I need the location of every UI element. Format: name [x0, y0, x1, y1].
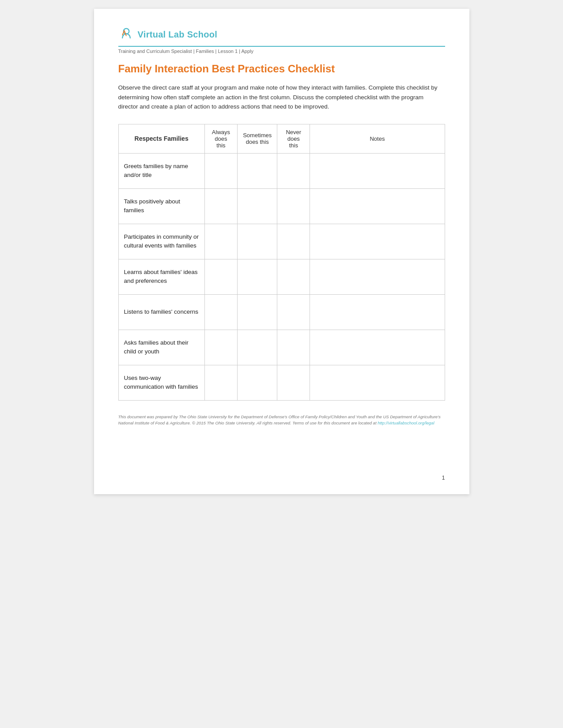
sometimes-cell: [238, 259, 277, 294]
sometimes-cell: [238, 365, 277, 400]
action-cell: Asks families about their child or youth: [118, 330, 204, 365]
notes-cell: [310, 365, 445, 400]
table-row: Greets families by name and/or title: [118, 153, 445, 188]
never-cell: [277, 294, 310, 330]
action-cell: Talks positively about families: [118, 188, 204, 224]
sometimes-cell: [238, 188, 277, 224]
breadcrumb: Training and Curriculum Specialist | Fam…: [118, 49, 445, 54]
action-cell: Uses two-way communication with families: [118, 365, 204, 400]
notes-cell: [310, 259, 445, 294]
always-cell: [204, 330, 237, 365]
intro-text: Observe the direct care staff at your pr…: [118, 83, 445, 112]
page-header: Virtual Lab School: [118, 26, 445, 47]
sometimes-cell: [238, 153, 277, 188]
footer: This document was prepared by The Ohio S…: [118, 414, 445, 427]
always-cell: [204, 259, 237, 294]
always-cell: [204, 153, 237, 188]
col-header-never: Never does this: [277, 124, 310, 153]
col-header-notes: Notes: [310, 124, 445, 153]
table-row: Learns about families' ideas and prefere…: [118, 259, 445, 294]
action-cell: Learns about families' ideas and prefere…: [118, 259, 204, 294]
sometimes-cell: [238, 224, 277, 259]
never-cell: [277, 188, 310, 224]
table-row: Uses two-way communication with families: [118, 365, 445, 400]
action-cell: Greets families by name and/or title: [118, 153, 204, 188]
notes-cell: [310, 153, 445, 188]
notes-cell: [310, 330, 445, 365]
action-cell: Listens to families' concerns: [118, 294, 204, 330]
page-number: 1: [442, 475, 445, 481]
table-row: Talks positively about families: [118, 188, 445, 224]
never-cell: [277, 259, 310, 294]
page-title: Family Interaction Best Practices Checkl…: [118, 63, 445, 75]
checklist-table: Respects Families Always does this Somet…: [118, 124, 445, 401]
table-row: Asks families about their child or youth: [118, 330, 445, 365]
always-cell: [204, 294, 237, 330]
never-cell: [277, 153, 310, 188]
table-row: Listens to families' concerns: [118, 294, 445, 330]
never-cell: [277, 330, 310, 365]
sometimes-cell: [238, 294, 277, 330]
col-header-always: Always does this: [204, 124, 237, 153]
document-page: Virtual Lab School Training and Curricul…: [94, 9, 469, 494]
always-cell: [204, 224, 237, 259]
footer-link[interactable]: http://virtuallabschool.org/legal: [378, 420, 434, 425]
never-cell: [277, 365, 310, 400]
table-row: Participates in community or cultural ev…: [118, 224, 445, 259]
vls-logo-icon: [118, 26, 134, 42]
action-cell: Participates in community or cultural ev…: [118, 224, 204, 259]
table-body: Greets families by name and/or titleTalk…: [118, 153, 445, 400]
notes-cell: [310, 294, 445, 330]
never-cell: [277, 224, 310, 259]
col-header-sometimes: Sometimes does this: [238, 124, 277, 153]
notes-cell: [310, 188, 445, 224]
table-header-row: Respects Families Always does this Somet…: [118, 124, 445, 153]
notes-cell: [310, 224, 445, 259]
always-cell: [204, 188, 237, 224]
sometimes-cell: [238, 330, 277, 365]
always-cell: [204, 365, 237, 400]
col-header-respects-families: Respects Families: [118, 124, 204, 153]
logo-text: Virtual Lab School: [138, 30, 218, 40]
